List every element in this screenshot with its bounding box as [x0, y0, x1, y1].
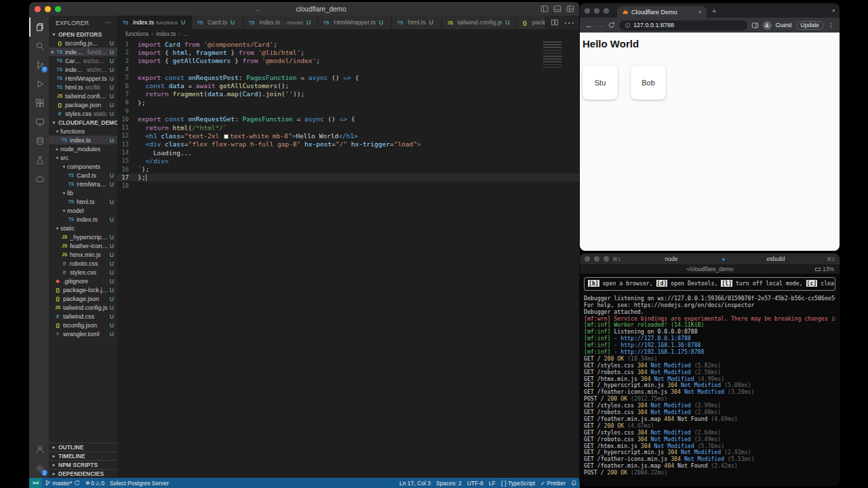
tree-folder[interactable]: ▾model	[49, 206, 117, 215]
go-back-icon[interactable]: ←	[256, 5, 262, 13]
go-forward-icon[interactable]: →	[268, 5, 275, 13]
status-eol[interactable]: LF	[486, 480, 498, 487]
browser-menu-icon[interactable]: ⋮	[828, 22, 834, 28]
back-icon[interactable]: ←	[585, 21, 593, 29]
tree-item[interactable]: #styles.cssU	[49, 268, 117, 277]
tree-item[interactable]: ◆.gitignoreU	[49, 277, 117, 285]
code-line[interactable]: 12 <h1 class="text-2xl text-white mb-8">…	[117, 131, 580, 140]
open-editor-item[interactable]: ×TSindex.tsfunctionsU	[49, 47, 117, 56]
open-editor-item[interactable]: {}tsconfig.js...U	[49, 39, 117, 47]
editor-tab[interactable]: JStailwind.config.jsU	[442, 16, 517, 29]
tree-item[interactable]: JSfeather-icons.min.jsU	[49, 241, 117, 250]
database-icon[interactable]	[29, 131, 49, 150]
sidebar-section-outline[interactable]: ▸OUTLINE	[49, 443, 117, 451]
split-editor-icon[interactable]	[551, 18, 559, 26]
code-line[interactable]: 16`);	[117, 165, 580, 173]
close-window-button[interactable]	[585, 8, 590, 14]
code-line[interactable]: 10export const onRequestGet: PagesFuncti…	[117, 115, 580, 123]
close-window-button[interactable]	[585, 256, 590, 262]
tree-folder[interactable]: ▾lib	[49, 188, 117, 197]
status-cursor-position[interactable]: Ln 17, Col 3	[397, 480, 433, 487]
editor-tab[interactable]: TSCard.tsU	[192, 16, 243, 29]
problems-status[interactable]: ⊗ 0 △ 0	[83, 480, 107, 487]
status-indentation[interactable]: Spaces: 2	[433, 480, 465, 487]
source-control-icon[interactable]: 7	[29, 56, 49, 75]
terminal-tab-esbuild[interactable]: esbuild	[728, 256, 823, 262]
more-actions-icon[interactable]: ⋯	[564, 16, 574, 29]
update-button[interactable]: Update	[796, 21, 824, 30]
terminal-titlebar[interactable]: ⌘1 node ● esbuild ⌘2	[580, 253, 840, 264]
sidebar-section-dependencies[interactable]: ▸DEPENDENCIES	[49, 469, 117, 478]
tab-search-chevron-icon[interactable]: ▾	[832, 8, 835, 14]
terminal-session-bar[interactable]: ~/cloudflare_demo 13%	[580, 264, 840, 274]
code-line[interactable]: 4	[117, 65, 580, 73]
editor-tab[interactable]: TSindex.tsfunctionsU×	[117, 16, 192, 29]
close-window-button[interactable]	[35, 6, 41, 12]
open-editors-header[interactable]: ▾ OPEN EDITORS	[49, 30, 117, 39]
notifications-bell-icon[interactable]	[568, 480, 580, 486]
tree-item[interactable]: JS_hyperscript.min.jsU	[49, 232, 117, 241]
status-language-mode[interactable]: { } TypeScript	[498, 480, 538, 487]
tree-item[interactable]: ≡wrangler.tomlU	[49, 329, 117, 338]
code-line[interactable]: 1import Card from '@components/Card';	[117, 40, 580, 48]
remote-indicator[interactable]: ><	[29, 478, 42, 488]
open-editor-item[interactable]: #styles.cssstaticU	[49, 109, 117, 118]
zoom-window-button[interactable]	[55, 6, 61, 12]
breadcrumb-item[interactable]: index.ts	[156, 30, 176, 37]
breadcrumb-item[interactable]: functions	[125, 30, 149, 37]
code-line[interactable]: 5export const onRequestPost: PagesFuncti…	[117, 73, 580, 81]
run-debug-icon[interactable]	[29, 75, 49, 94]
toggle-panel-icon[interactable]	[553, 5, 561, 13]
tree-item[interactable]: {}package-lock.jsonU	[49, 285, 117, 294]
side-panel-icon[interactable]	[751, 22, 759, 29]
minimize-window-button[interactable]	[45, 6, 51, 12]
new-tab-icon[interactable]: +	[712, 7, 716, 15]
explorer-actions-icon[interactable]: ⋯	[105, 19, 112, 26]
testing-beaker-icon[interactable]	[29, 150, 49, 169]
code-line[interactable]: 7 return fragment(data.map(Card).join(''…	[117, 90, 580, 98]
tree-item[interactable]: JShtmx.min.jsU	[49, 250, 117, 259]
forward-icon[interactable]: →	[597, 21, 604, 29]
project-header[interactable]: ▾ CLOUDFLARE_DEMO	[49, 118, 117, 127]
code-line[interactable]: 2import { html, fragment } from '@lib/ht…	[117, 48, 580, 56]
tree-item[interactable]: TSCard.tsU	[49, 171, 117, 180]
code-line[interactable]: 8};	[117, 98, 580, 106]
close-tab-icon[interactable]: ×	[698, 9, 702, 16]
zoom-window-button[interactable]	[604, 256, 609, 262]
open-editor-item[interactable]: JStailwind.config.jsU	[49, 92, 117, 100]
tree-folder[interactable]: ▾components	[49, 162, 117, 171]
editor-tab[interactable]: TShtml.tsU	[392, 16, 442, 29]
tree-item[interactable]: {}tsconfig.jsonU	[49, 321, 117, 329]
remote-explorer-icon[interactable]	[29, 113, 49, 131]
code-line[interactable]: 3import { getAllCustomers } from '@model…	[117, 57, 580, 65]
code-editor[interactable]: 1import Card from '@components/Card';2im…	[117, 39, 580, 478]
code-line[interactable]: 9	[117, 106, 580, 115]
minimap[interactable]	[543, 41, 561, 70]
open-editor-item[interactable]: TSCard.tssrc/componentsU	[49, 56, 117, 65]
sidebar-section-timeline[interactable]: ▸TIMELINE	[49, 451, 117, 460]
code-line[interactable]: 17};	[117, 174, 580, 182]
sidebar-section-npm-scripts[interactable]: ▸NPM SCRIPTS	[49, 460, 117, 469]
code-line[interactable]: 6 const data = await getAllCustomers();	[117, 81, 580, 89]
address-bar[interactable]: 127.0.0.1:8788	[619, 20, 747, 30]
status-encoding[interactable]: UTF-8	[465, 480, 486, 487]
extensions-icon[interactable]	[29, 94, 49, 113]
status-formatter[interactable]: ✓ Prettier	[538, 480, 568, 487]
code-line[interactable]: 13 <div class="flex flex-wrap h-full gap…	[117, 140, 580, 148]
code-line[interactable]: 14 Loading...	[117, 148, 580, 157]
code-line[interactable]: 18	[117, 182, 580, 190]
postgres-server-status[interactable]: Select Postgres Server	[107, 480, 172, 487]
search-icon[interactable]	[29, 37, 49, 56]
tree-folder[interactable]: ▾src	[49, 153, 117, 162]
tree-folder[interactable]: ▾static	[49, 224, 117, 232]
editor-tab[interactable]: TSindex.ts.../modelU	[243, 16, 318, 29]
tree-item[interactable]: TSindex.tsU	[49, 215, 117, 224]
tree-folder[interactable]: ▾functions	[49, 127, 117, 136]
toggle-sidebar-icon[interactable]	[540, 5, 549, 13]
tree-item[interactable]: JStailwind.config.jsU	[49, 303, 117, 312]
close-icon[interactable]: ×	[49, 49, 56, 56]
tree-item[interactable]: #tailwind.cssU	[49, 312, 117, 321]
settings-gear-icon[interactable]: 1	[29, 459, 49, 478]
code-line[interactable]: 11 return html(/*html*/`	[117, 123, 580, 131]
open-editor-item[interactable]: TSHtmlWrapper.tsU	[49, 74, 117, 83]
